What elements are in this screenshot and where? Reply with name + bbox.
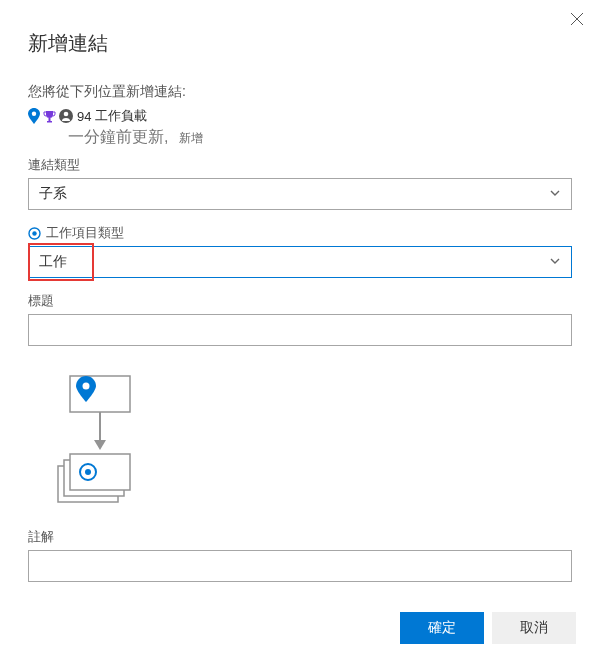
chevron-down-icon [549,254,561,270]
ok-button[interactable]: 確定 [400,612,484,644]
close-icon [570,12,584,26]
comment-label: 註解 [28,528,572,546]
title-input[interactable] [28,314,572,346]
trophy-icon [43,110,56,123]
work-item-type-value: 工作 [39,253,67,271]
relationship-diagram [48,368,572,512]
dialog-buttons: 確定 取消 [400,612,576,644]
chevron-down-icon [549,186,561,202]
cancel-button[interactable]: 取消 [492,612,576,644]
source-id: 94 [77,109,91,124]
svg-point-6 [64,112,69,117]
updated-row: 一分鐘前更新, 新增 [68,127,572,148]
target-icon [28,227,41,240]
title-label: 標題 [28,292,572,310]
svg-point-8 [32,231,36,235]
svg-point-16 [85,469,91,475]
link-type-select[interactable]: 子系 [28,178,572,210]
instruction-text: 您將從下列位置新增連結: [28,83,572,101]
work-item-type-select[interactable]: 工作 [28,246,572,278]
close-button[interactable] [570,12,584,30]
location-pin-icon [28,108,40,124]
source-workitem-row: 94 工作負載 [28,107,572,125]
svg-rect-3 [49,118,51,121]
svg-point-10 [83,383,90,390]
updated-text: 一分鐘前更新, [68,128,168,145]
dialog-title: 新增連結 [28,30,572,57]
source-name: 工作負載 [95,107,147,125]
link-type-value: 子系 [39,185,67,203]
svg-point-2 [32,112,36,116]
comment-input[interactable] [28,550,572,582]
new-label: 新增 [179,131,203,145]
user-circle-icon [59,109,73,123]
svg-rect-4 [47,121,52,123]
link-type-label: 連結類型 [28,156,572,174]
work-item-type-label: 工作項目類型 [28,224,572,242]
